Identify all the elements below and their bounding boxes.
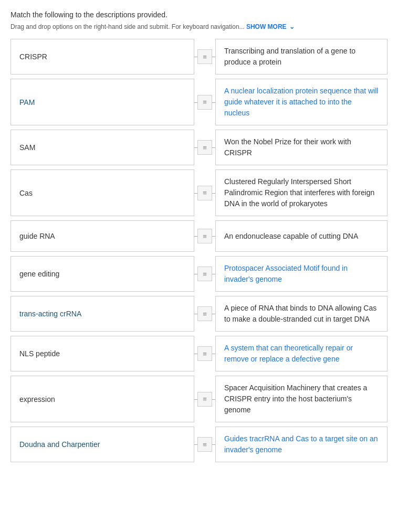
left-term-label: Doudna and Charpentier bbox=[19, 440, 100, 449]
show-more-button[interactable]: SHOW MORE ⌄ bbox=[246, 23, 295, 30]
left-term-label: trans-acting crRNA bbox=[19, 310, 81, 318]
pair-row: expression≡Spacer Acquisition Machinery … bbox=[11, 376, 387, 422]
left-term-box[interactable]: trans-acting crRNA bbox=[11, 296, 194, 332]
right-answer-box[interactable]: A piece of RNA that binds to DNA allowin… bbox=[215, 296, 387, 332]
pair-row: PAM≡A nuclear localization protein seque… bbox=[11, 79, 387, 125]
answer-text: A nuclear localization protein sequence … bbox=[224, 86, 379, 119]
left-term-box[interactable]: gene editing bbox=[11, 256, 194, 292]
right-answer-box[interactable]: Won the Nobel Prize for their work with … bbox=[215, 130, 387, 165]
pair-row: Cas≡Clustered Regularly Interspersed Sho… bbox=[11, 169, 387, 216]
left-term-box[interactable]: CRISPR bbox=[11, 39, 194, 75]
drag-handle-icon[interactable]: ≡ bbox=[197, 49, 212, 64]
answer-text: A piece of RNA that binds to DNA allowin… bbox=[224, 303, 379, 325]
chevron-down-icon: ⌄ bbox=[289, 23, 295, 30]
answer-text: Spacer Acquisition Machinery that create… bbox=[224, 382, 379, 416]
drag-handle-icon[interactable]: ≡ bbox=[197, 306, 212, 321]
right-answer-box[interactable]: Transcribing and translation of a gene t… bbox=[215, 39, 387, 75]
left-term-box[interactable]: NLS peptide bbox=[11, 336, 194, 371]
pair-row: gene editing≡Protospacer Associated Moti… bbox=[11, 256, 387, 292]
right-answer-box[interactable]: Guides tracrRNA and Cas to a target site… bbox=[215, 427, 387, 462]
connector: ≡ bbox=[194, 79, 215, 125]
right-answer-box[interactable]: An endonuclease capable of cutting DNA bbox=[215, 220, 387, 252]
question-title: Match the following to the descriptions … bbox=[11, 10, 387, 19]
connector: ≡ bbox=[194, 220, 215, 252]
answer-text: Protospacer Associated Motif found in in… bbox=[224, 263, 379, 285]
left-term-label: guide RNA bbox=[19, 232, 55, 240]
pair-row: SAM≡Won the Nobel Prize for their work w… bbox=[11, 130, 387, 165]
connector: ≡ bbox=[194, 130, 215, 165]
drag-handle-icon[interactable]: ≡ bbox=[197, 392, 212, 407]
pair-row: guide RNA≡An endonuclease capable of cut… bbox=[11, 220, 387, 252]
answer-text: A system that can theoretically repair o… bbox=[224, 343, 379, 365]
left-term-box[interactable]: guide RNA bbox=[11, 220, 194, 252]
left-term-box[interactable]: expression bbox=[11, 376, 194, 422]
pair-row: NLS peptide≡A system that can theoretica… bbox=[11, 336, 387, 371]
right-answer-box[interactable]: Protospacer Associated Motif found in in… bbox=[215, 256, 387, 292]
drag-handle-icon[interactable]: ≡ bbox=[197, 140, 212, 155]
answer-text: Clustered Regularly Interspersed Short P… bbox=[224, 176, 379, 209]
drag-handle-icon[interactable]: ≡ bbox=[197, 186, 212, 200]
connector: ≡ bbox=[194, 296, 215, 332]
left-term-label: Cas bbox=[19, 189, 33, 197]
connector: ≡ bbox=[194, 336, 215, 371]
right-answer-box[interactable]: Spacer Acquisition Machinery that create… bbox=[215, 376, 387, 422]
drag-handle-icon[interactable]: ≡ bbox=[197, 229, 212, 243]
answer-text: An endonuclease capable of cutting DNA bbox=[224, 231, 358, 242]
left-term-box[interactable]: Cas bbox=[11, 169, 194, 216]
pair-row: trans-acting crRNA≡A piece of RNA that b… bbox=[11, 296, 387, 332]
connector: ≡ bbox=[194, 39, 215, 75]
left-term-label: NLS peptide bbox=[19, 349, 60, 358]
pair-row: CRISPR≡Transcribing and translation of a… bbox=[11, 39, 387, 75]
left-term-label: expression bbox=[19, 395, 55, 403]
left-term-label: SAM bbox=[19, 143, 35, 152]
left-term-label: gene editing bbox=[19, 270, 59, 278]
pairs-container: CRISPR≡Transcribing and translation of a… bbox=[11, 39, 387, 466]
drag-handle-icon[interactable]: ≡ bbox=[197, 437, 212, 452]
right-answer-box[interactable]: A nuclear localization protein sequence … bbox=[215, 79, 387, 125]
left-term-box[interactable]: PAM bbox=[11, 79, 194, 125]
instruction-text: Drag and drop options on the right-hand … bbox=[11, 23, 387, 30]
drag-handle-icon[interactable]: ≡ bbox=[197, 95, 212, 110]
left-term-box[interactable]: Doudna and Charpentier bbox=[11, 427, 194, 462]
drag-handle-icon[interactable]: ≡ bbox=[197, 346, 212, 361]
answer-text: Transcribing and translation of a gene t… bbox=[224, 46, 379, 68]
connector: ≡ bbox=[194, 169, 215, 216]
answer-text: Won the Nobel Prize for their work with … bbox=[224, 136, 379, 158]
right-answer-box[interactable]: Clustered Regularly Interspersed Short P… bbox=[215, 169, 387, 216]
left-term-box[interactable]: SAM bbox=[11, 130, 194, 165]
left-term-label: CRISPR bbox=[19, 52, 47, 61]
answer-text: Guides tracrRNA and Cas to a target site… bbox=[224, 433, 379, 455]
pair-row: Doudna and Charpentier≡Guides tracrRNA a… bbox=[11, 427, 387, 462]
connector: ≡ bbox=[194, 376, 215, 422]
left-term-label: PAM bbox=[19, 98, 35, 107]
connector: ≡ bbox=[194, 256, 215, 292]
connector: ≡ bbox=[194, 427, 215, 462]
drag-handle-icon[interactable]: ≡ bbox=[197, 267, 212, 281]
right-answer-box[interactable]: A system that can theoretically repair o… bbox=[215, 336, 387, 371]
